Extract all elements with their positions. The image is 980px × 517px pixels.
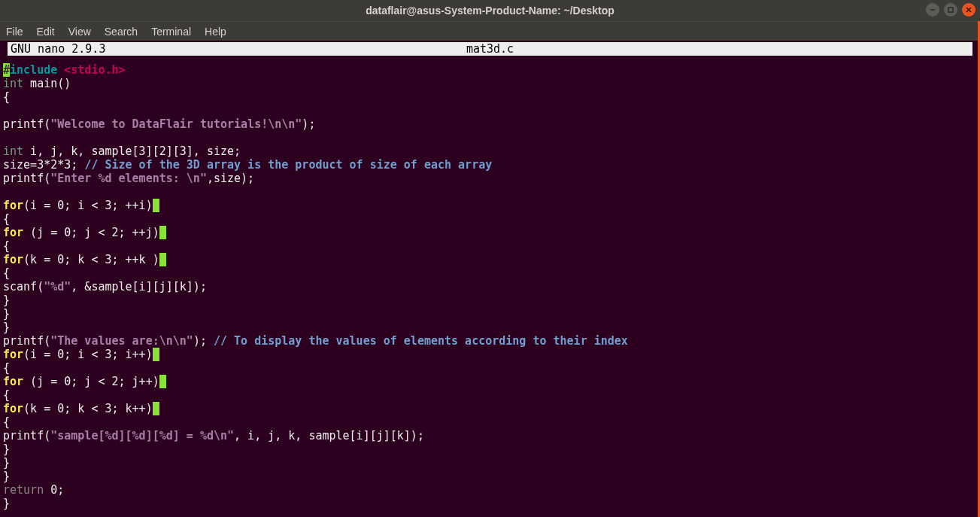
minimize-button[interactable] (926, 3, 939, 17)
editor-name: GNU nano 2.9.3 (11, 42, 105, 56)
keyword-for: for (3, 375, 23, 388)
code-editor[interactable]: #include <stdio.h> int main() { printf("… (0, 57, 980, 510)
menubar: File Edit View Search Terminal Help (0, 21, 980, 41)
minimize-icon (929, 6, 936, 14)
preprocessor: include (10, 63, 64, 77)
keyword-for: for (3, 226, 23, 239)
code-text: } (3, 470, 10, 483)
code-text: } (3, 497, 10, 510)
code-text: (k = 0; k < 3; ++k ) (23, 253, 159, 266)
trailing-space (159, 226, 166, 239)
code-text: (j = 0; j < 2; j++) (23, 375, 159, 388)
maximize-icon (947, 6, 954, 14)
comment: // To display the values of elements acc… (214, 334, 628, 348)
filename: mat3d.c (466, 42, 514, 56)
code-text: main() (23, 77, 71, 90)
close-button[interactable] (962, 3, 975, 17)
code-text: { (3, 266, 10, 280)
menu-search[interactable]: Search (105, 26, 138, 38)
string-literal: "sample[%d][%d][%d] = %d\n" (50, 429, 234, 442)
type-int: int (3, 144, 23, 158)
keyword-for: for (3, 253, 23, 266)
comment: // Size of the 3D array is the product o… (84, 158, 492, 172)
maximize-button[interactable] (944, 3, 957, 17)
code-text: , &sample[i][j][k]); (71, 280, 207, 293)
code-text: 0; (44, 483, 64, 497)
include-header: <stdio.h> (64, 63, 125, 77)
keyword-return: return (3, 483, 44, 497)
code-text: (i = 0; i < 3; ++i) (23, 199, 153, 212)
code-text: } (3, 293, 10, 307)
code-text: } (3, 442, 10, 456)
trailing-space (159, 253, 166, 266)
code-text: printf( (3, 429, 50, 442)
code-text: { (3, 415, 10, 429)
string-literal: "Enter %d elements: \n" (50, 172, 207, 185)
code-text: printf( (3, 117, 50, 131)
code-text: size=3*2*3; (3, 158, 84, 172)
window-title: dataflair@asus-System-Product-Name: ~/De… (366, 5, 614, 17)
svg-rect-1 (948, 8, 953, 12)
nano-titlebar: GNU nano 2.9.3 mat3d.c (8, 42, 972, 56)
code-text: { (3, 239, 10, 253)
code-text: i, j, k, sample[3][2][3], size; (23, 144, 241, 158)
trailing-space (153, 199, 159, 212)
cursor: # (3, 63, 10, 77)
keyword-for: for (3, 348, 23, 361)
menu-help[interactable]: Help (205, 26, 226, 38)
code-text: ); (302, 117, 315, 131)
string-literal: "The values are:\n\n" (50, 334, 193, 348)
keyword-for: for (3, 199, 23, 212)
string-literal: "Welcome to DataFlair tutorials!\n\n" (50, 117, 302, 131)
code-text: } (3, 307, 10, 321)
menu-file[interactable]: File (6, 26, 23, 38)
code-text: { (3, 90, 10, 104)
menu-view[interactable]: View (68, 26, 91, 38)
code-text: { (3, 212, 10, 226)
code-text: (i = 0; i < 3; i++) (23, 348, 153, 361)
code-text: scanf( (3, 280, 44, 293)
code-text: , i, j, k, sample[i][j][k]); (234, 429, 424, 442)
menu-edit[interactable]: Edit (37, 26, 55, 38)
close-icon (965, 6, 972, 14)
code-text: { (3, 361, 10, 375)
trailing-space (153, 348, 159, 361)
code-text: (j = 0; j < 2; ++j) (23, 226, 159, 239)
menu-terminal[interactable]: Terminal (151, 26, 191, 38)
window-controls (926, 3, 975, 17)
window-titlebar: dataflair@asus-System-Product-Name: ~/De… (0, 0, 980, 21)
code-text: ,size); (207, 172, 254, 185)
trailing-space (159, 375, 166, 388)
code-text: printf( (3, 172, 50, 185)
code-text: } (3, 456, 10, 470)
code-text: printf( (3, 334, 50, 348)
code-text: ); (193, 334, 214, 348)
keyword-for: for (3, 402, 23, 415)
type-int: int (3, 77, 23, 90)
code-text: (k = 0; k < 3; k++) (23, 402, 153, 415)
string-literal: "%d" (44, 280, 71, 293)
code-text: { (3, 388, 10, 402)
code-text: } (3, 321, 10, 334)
trailing-space (153, 402, 159, 415)
